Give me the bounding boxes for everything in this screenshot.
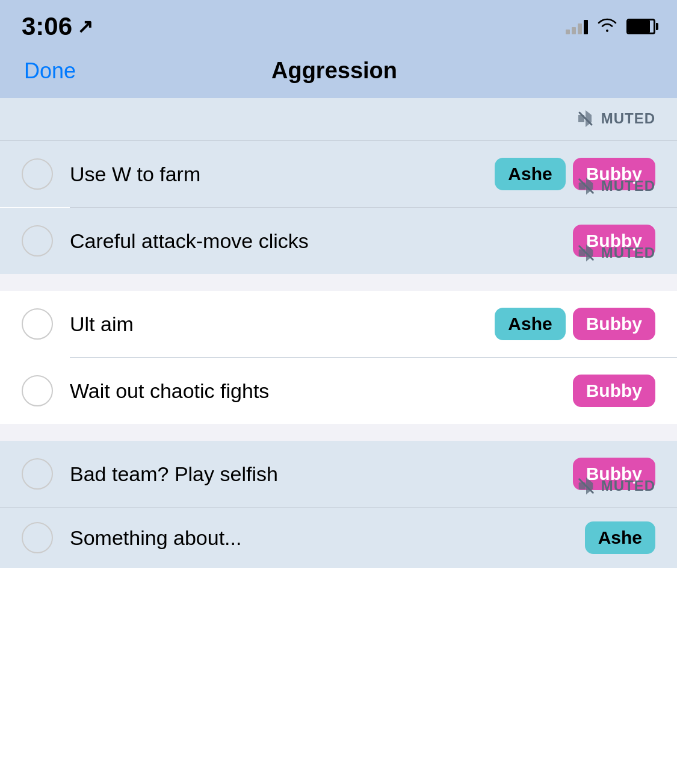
checkbox-wait-out-chaotic[interactable] <box>22 375 53 406</box>
signal-icon <box>566 19 588 34</box>
tags-wait-out-chaotic: Bubby <box>573 375 655 407</box>
muted-icon <box>575 108 596 129</box>
list-item-careful-attack[interactable]: Careful attack-move clicks Bubby MUTED <box>0 208 677 274</box>
signal-bar-3 <box>578 23 582 34</box>
nav-bar: Done Aggression <box>0 48 677 98</box>
muted-badge-1: MUTED <box>576 176 655 196</box>
tag-ashe-bottom[interactable]: Ashe <box>585 521 655 554</box>
status-time: 3:06 ↗ <box>22 12 93 41</box>
item-text-ult-aim: Ult aim <box>70 313 487 336</box>
muted-badge-2: MUTED <box>576 243 655 263</box>
battery-icon <box>626 19 655 34</box>
list-item-bad-team[interactable]: Bad team? Play selfish Bubby MUTED <box>0 441 677 507</box>
tag-ashe-1[interactable]: Ashe <box>495 158 565 190</box>
list-item-bottom-partial: Something about... Ashe <box>0 508 677 568</box>
location-icon: ↗ <box>77 15 93 38</box>
wifi-icon <box>596 16 618 37</box>
muted-label-5: MUTED <box>601 478 655 494</box>
list-item-use-w-to-farm[interactable]: Use W to farm Ashe Bubby MUTED <box>0 141 677 207</box>
checkbox-bottom-partial[interactable] <box>22 522 53 553</box>
item-text-use-w-to-farm: Use W to farm <box>70 163 487 186</box>
checkbox-use-w-to-farm[interactable] <box>22 158 53 190</box>
status-icons <box>566 16 655 37</box>
muted-label-2: MUTED <box>601 244 655 261</box>
tag-bubby-4[interactable]: Bubby <box>573 375 655 407</box>
tag-bubby-3[interactable]: Bubby <box>573 308 655 340</box>
svg-rect-3 <box>578 249 585 256</box>
checkbox-ult-aim[interactable] <box>22 308 53 340</box>
muted-icon-1 <box>576 176 596 196</box>
page-title: Aggression <box>271 58 397 84</box>
item-text-bottom-partial: Something about... <box>70 526 578 550</box>
tag-ashe-3[interactable]: Ashe <box>495 308 565 340</box>
checkbox-careful-attack[interactable] <box>22 225 53 257</box>
list-item-partial-top: MUTED <box>0 98 677 140</box>
tags-ult-aim: Ashe Bubby <box>495 308 655 340</box>
tags-bottom-partial: Ashe <box>585 521 655 554</box>
section-separator-2 <box>0 424 677 441</box>
checkbox-bad-team[interactable] <box>22 458 53 490</box>
item-text-wait-out-chaotic: Wait out chaotic fights <box>70 379 566 403</box>
signal-bar-2 <box>572 27 576 34</box>
svg-rect-5 <box>578 482 585 489</box>
content-area: MUTED Use W to farm Ashe Bubby MUTED Car… <box>0 98 677 568</box>
done-button[interactable]: Done <box>24 58 76 84</box>
signal-bar-4 <box>584 20 588 34</box>
time-display: 3:06 <box>22 12 72 41</box>
list-item-wait-out-chaotic[interactable]: Wait out chaotic fights Bubby <box>0 358 677 424</box>
signal-bar-1 <box>566 30 570 34</box>
muted-label: MUTED <box>601 110 655 127</box>
muted-icon-5 <box>576 476 596 496</box>
section-separator-1 <box>0 274 677 291</box>
muted-badge-partial-top: MUTED <box>575 108 655 129</box>
item-text-careful-attack: Careful attack-move clicks <box>70 229 566 253</box>
battery-fill <box>628 20 650 33</box>
item-text-bad-team: Bad team? Play selfish <box>70 462 566 486</box>
muted-icon-2 <box>576 243 596 263</box>
svg-rect-1 <box>578 182 585 189</box>
status-bar: 3:06 ↗ <box>0 0 677 48</box>
muted-badge-5: MUTED <box>576 476 655 496</box>
muted-label-1: MUTED <box>601 178 655 194</box>
list-item-ult-aim[interactable]: Ult aim Ashe Bubby <box>0 291 677 357</box>
